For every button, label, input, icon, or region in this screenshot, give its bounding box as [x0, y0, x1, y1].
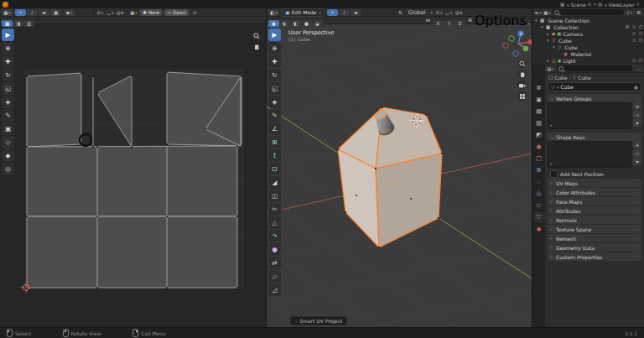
outliner-filter-object-icon[interactable]: ▦ — [543, 9, 551, 16]
uv-pan-icon[interactable] — [252, 42, 261, 51]
collapsed-panel[interactable]: ›Face Maps⋯ — [548, 197, 641, 205]
tool-knife[interactable]: ✂ — [268, 203, 281, 216]
outliner-display-mode-icon[interactable]: ≡ — [534, 9, 542, 16]
ptab-modifiers[interactable]: ⚙ — [533, 165, 545, 175]
tool-rotate[interactable]: ↻ — [268, 69, 281, 81]
properties-options-icon[interactable]: ⋯ — [635, 65, 642, 72]
collapsed-panel[interactable]: ›Normals⋯ — [548, 216, 641, 224]
properties-search-input[interactable] — [557, 65, 632, 71]
vp-menu-uv[interactable] — [387, 9, 391, 16]
tool-measure[interactable]: ∠ — [268, 122, 281, 135]
ptab-view-layer[interactable]: ▧ — [533, 118, 545, 128]
uv-browse-image-icon[interactable]: ▦ — [130, 9, 138, 16]
hide-eye-icon[interactable]: ⊙ — [631, 38, 637, 43]
collapsed-panel[interactable]: ›Texture Space⋯ — [548, 225, 641, 233]
ptab-scene[interactable]: ◩ — [533, 130, 545, 140]
tool-sculpt-uv[interactable]: ◎ — [2, 163, 14, 175]
uv-zoom-icon[interactable] — [252, 31, 261, 40]
outliner-cube-data[interactable]: ▾ ▽ Cube — [532, 44, 644, 50]
scene-new-icon[interactable]: ⊕ — [588, 2, 592, 7]
tool-tweak[interactable]: ▶ — [268, 29, 281, 41]
ptab-material[interactable]: ◉ — [533, 224, 545, 234]
tool-transform[interactable]: ◈ — [268, 96, 281, 108]
viewlayer-close-icon[interactable]: ✕ — [636, 2, 640, 7]
panel-vertex-groups[interactable]: ⌄Vertex Groups⋯ — [548, 94, 641, 102]
uv-sticky-select-icon[interactable]: ▪ — [64, 9, 75, 16]
tool-cursor[interactable]: ⊕ — [2, 42, 14, 55]
tool-cursor[interactable]: ⊕ — [268, 42, 281, 55]
uv-menu-uv[interactable] — [87, 9, 91, 16]
operator-panel[interactable]: › Smart UV Project — [290, 316, 347, 325]
uv-canvas[interactable]: ▶⊕✚↻◱◈✎▣◇◆◎ — [0, 25, 266, 327]
vp-select-face[interactable]: ▰ — [351, 9, 361, 16]
tool-shear[interactable]: ▱ — [268, 270, 281, 283]
new-image-button[interactable]: ✚ New — [140, 9, 162, 16]
collapsed-panel[interactable]: ›UV Maps⋯ — [548, 179, 641, 187]
add-rest-position-checkbox[interactable] — [550, 170, 558, 178]
scene-close-icon[interactable]: ✕ — [593, 2, 597, 7]
viewlayer-selector[interactable]: ▧ ViewLayer ✕ — [598, 2, 640, 8]
uv-select-face[interactable]: ▰ — [39, 9, 49, 16]
tool-tweak[interactable]: ▶ — [2, 29, 14, 41]
render-camera-icon[interactable]: ⊡ — [637, 24, 644, 29]
tool-extrude-region[interactable]: ↥ — [268, 149, 281, 162]
tool-poly-build[interactable]: △ — [268, 216, 281, 229]
tool-relax[interactable]: ◇ — [2, 136, 14, 148]
uv-pivot-icon[interactable]: ⊙ — [96, 9, 104, 16]
uv-link-icon[interactable]: ∞ — [191, 9, 199, 16]
tool-smooth[interactable]: ● — [268, 243, 281, 256]
vp-select-edge[interactable]: / — [339, 9, 350, 16]
open-image-button[interactable]: ▱ Open — [164, 9, 189, 16]
breadcrumb-object[interactable]: Cube — [554, 75, 568, 81]
ptab-render[interactable]: ▣ — [533, 95, 545, 105]
ptab-world[interactable]: ● — [533, 142, 545, 152]
vp-zoom-icon[interactable] — [517, 59, 527, 68]
tool-scale[interactable]: ◱ — [268, 82, 281, 95]
outliner-scene-collection[interactable]: ▾ ▦ Scene Collection — [532, 17, 644, 23]
tool-spin[interactable]: ↷ — [268, 230, 281, 242]
tool-edge-slide[interactable]: ⇄ — [268, 257, 281, 269]
fake-user-shield-icon[interactable]: ▣ — [634, 85, 638, 90]
tool-inset-faces[interactable]: ⊡ — [268, 163, 281, 175]
vertex-groups-listbox[interactable]: ▸ — [548, 102, 631, 129]
vp-ortho-icon[interactable] — [517, 91, 527, 101]
ptab-object[interactable]: □ — [533, 153, 545, 164]
vp-camera-icon[interactable] — [517, 81, 527, 90]
hide-eye-icon[interactable]: ⊙ — [631, 24, 637, 29]
ptab-constraints[interactable]: ⊂ — [533, 200, 545, 211]
collapsed-panel[interactable]: ›Attributes⋯ — [548, 206, 641, 215]
tool-transform[interactable]: ◈ — [2, 96, 14, 108]
ptab-tool[interactable]: ⚙ — [533, 83, 545, 93]
outliner-light[interactable]: ▸ ○ ◉ Light ⊙ ⊡ — [532, 57, 644, 64]
outliner-camera[interactable]: ▸ ◆ ▣ Camera ⊙ ⊡ — [532, 30, 644, 37]
tool-move[interactable]: ✚ — [268, 55, 281, 68]
new-collection-icon[interactable]: ⊞ — [635, 9, 642, 16]
nav-gizmo[interactable]: Z — [503, 30, 532, 56]
tool-annotate[interactable]: ✎ — [2, 109, 14, 122]
shape-keys-listbox[interactable]: ▸ — [548, 141, 631, 168]
mesh-name-field[interactable]: ▽ Cube ▣ — [548, 82, 641, 91]
vp-pan-icon[interactable] — [517, 70, 527, 79]
tool-loop-cut[interactable]: ◫ — [268, 190, 281, 202]
vp-select-vertex[interactable]: • — [327, 9, 338, 16]
collapsed-panel[interactable]: ›Geometry Data⋯ — [548, 243, 641, 252]
properties-editor-type-icon[interactable]: ▤ — [547, 65, 554, 72]
tool-bevel[interactable]: ◢ — [268, 176, 281, 189]
outliner-cube[interactable]: ▾ ▽ Cube ⊙ ⊡ — [532, 37, 644, 44]
add-shape-key-button[interactable]: + — [633, 141, 641, 148]
hide-eye-icon[interactable]: ⊙ — [631, 31, 637, 36]
tool-rip-region[interactable]: ◿ — [268, 283, 281, 296]
uv-proportional-icon[interactable]: ◎∧ — [117, 9, 124, 16]
uv-select-island[interactable]: ▩ — [50, 9, 61, 16]
remove-shape-key-button[interactable]: − — [633, 149, 641, 157]
outliner-material[interactable]: ◉ Material — [532, 50, 644, 57]
orientation-icon[interactable]: ⇅ — [397, 9, 404, 16]
blender-logo-icon[interactable] — [3, 2, 8, 8]
outliner-search-input[interactable] — [553, 9, 624, 15]
breadcrumb-data[interactable]: Cube — [578, 75, 591, 81]
menu-help[interactable] — [32, 2, 37, 8]
panel-shape-keys[interactable]: ⌄Shape Keys⋯ — [548, 133, 641, 141]
exclude-checkbox-icon[interactable]: ⊠ — [624, 24, 631, 29]
shape-key-specials-button[interactable]: ▾ — [633, 158, 641, 165]
hide-eye-icon[interactable]: ⊙ — [631, 58, 637, 63]
